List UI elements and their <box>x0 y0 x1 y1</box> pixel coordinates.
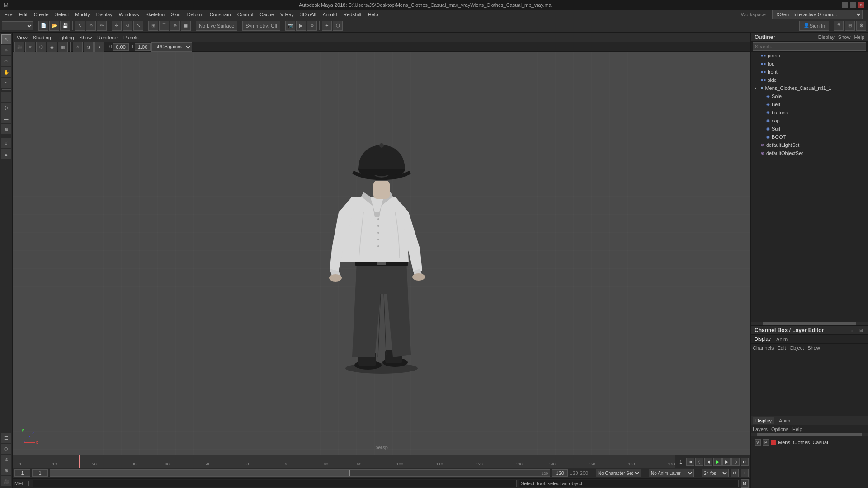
cb-menu-show[interactable]: Show <box>807 345 820 351</box>
paint-tool-button[interactable]: ✏ <box>97 21 107 31</box>
outliner-item-group[interactable]: ▾ ■ Mens_Clothes_Casual_rcl1_1 <box>751 84 868 92</box>
close-button[interactable]: ✕ <box>858 2 864 8</box>
fps-dropdown[interactable]: 24 fps <box>702 469 729 477</box>
exposure-input[interactable] <box>113 43 129 51</box>
magnet-icon[interactable]: ⊞ <box>845 21 855 31</box>
end-frame-input[interactable] <box>552 469 568 477</box>
menu-windows[interactable]: Windows <box>116 11 142 18</box>
rotate-tool-button[interactable]: ↻ <box>123 21 132 31</box>
scale-tool-button[interactable]: ⤡ <box>133 21 143 31</box>
current-frame-input[interactable] <box>32 469 48 477</box>
render-settings-button[interactable]: ⚙ <box>307 21 317 31</box>
next-key-button[interactable]: |▷ <box>731 458 740 466</box>
render-camera-button[interactable]: 📷 <box>285 21 295 31</box>
color-space-dropdown[interactable]: sRGB gamma <box>151 42 192 52</box>
settings-icon[interactable]: ⚙ <box>856 21 866 31</box>
dp-menu-layers[interactable]: Layers <box>753 427 768 432</box>
menu-skeleton[interactable]: Skeleton <box>142 11 167 18</box>
outliner-menu-display[interactable]: Display <box>818 34 835 40</box>
camera-tool-button[interactable]: 🎥 <box>1 476 11 486</box>
anim-range-bar[interactable]: 120 <box>50 469 550 477</box>
outliner-menu-help[interactable]: Help <box>854 34 864 40</box>
outliner-item-suit[interactable]: ◉ Suit <box>751 125 868 133</box>
menu-cache[interactable]: Cache <box>257 11 277 18</box>
menu-select[interactable]: Select <box>52 11 72 18</box>
viewport-main[interactable]: persp x y z <box>13 52 750 455</box>
prev-key-button[interactable]: ◁| <box>695 458 703 466</box>
outliner-item-buttons[interactable]: ◉ buttons <box>751 108 868 117</box>
outliner-item-boot[interactable]: ◉ BOOT <box>751 133 868 141</box>
display-scroll-thumb[interactable] <box>757 433 862 436</box>
grid-icon[interactable]: # <box>834 21 844 31</box>
vp-menu-renderer[interactable]: Renderer <box>95 34 120 41</box>
prev-frame-button[interactable]: ◀ <box>704 458 712 466</box>
menu-deform[interactable]: Deform <box>184 11 206 18</box>
sculpt-mode-button[interactable]: ◠ <box>1 56 11 66</box>
layer-row-clothes[interactable]: V P Mens_Clothes_Casual <box>753 438 866 447</box>
open-file-button[interactable]: 📂 <box>49 21 59 31</box>
cb-icon-1[interactable]: ⇄ <box>850 327 856 333</box>
play-button[interactable]: ▶ <box>713 458 722 466</box>
char-set-dropdown[interactable]: No Character Set <box>596 469 641 477</box>
layer-v-button[interactable]: V <box>755 439 761 446</box>
layer-p-button[interactable]: P <box>763 439 769 446</box>
xgen-button[interactable]: ✦ <box>322 21 332 31</box>
vp-menu-show[interactable]: Show <box>77 34 94 41</box>
status-icon-1[interactable]: M <box>741 479 749 488</box>
outliner-item-sole[interactable]: ◉ Sole <box>751 92 868 100</box>
mode-dropdown[interactable]: Rigging <box>2 21 33 30</box>
start-frame-input[interactable] <box>14 469 30 477</box>
menu-3dtoall[interactable]: 3DtoAll <box>297 11 319 18</box>
foamy-mode-button[interactable]: ≋ <box>1 124 11 134</box>
restore-button[interactable]: □ <box>850 2 856 8</box>
save-file-button[interactable]: 💾 <box>60 21 70 31</box>
menu-constrain[interactable]: Constrain <box>207 11 234 18</box>
outliner-item-front[interactable]: ■■ front <box>751 68 868 76</box>
outliner-item-defaultlightset[interactable]: ⊕ defaultLightSet <box>751 141 868 149</box>
vp-menu-panels[interactable]: Panels <box>121 34 141 41</box>
menu-edit[interactable]: Edit <box>16 11 30 18</box>
snap-surface-button[interactable]: ◼ <box>181 21 191 31</box>
menu-file[interactable]: File <box>2 11 15 18</box>
cb-icon-2[interactable]: ⊞ <box>858 327 864 333</box>
dp-menu-options[interactable]: Options <box>771 427 788 432</box>
vp-texture-icon[interactable]: ▦ <box>58 42 68 52</box>
go-start-button[interactable]: ⏮ <box>686 458 694 466</box>
cb-menu-channels[interactable]: Channels <box>753 345 774 351</box>
menu-arnold[interactable]: Arnold <box>320 11 340 18</box>
outliner-scroll-thumb[interactable] <box>763 322 856 325</box>
outliner-item-side[interactable]: ■■ side <box>751 76 868 84</box>
display-layers-button[interactable]: ☰ <box>1 433 11 443</box>
gamma-input[interactable] <box>135 43 151 51</box>
snap-grid-button[interactable]: ⊞ <box>148 21 158 31</box>
vp-menu-shading[interactable]: Shading <box>31 34 53 41</box>
lasso-tool-button[interactable]: ⊙ <box>86 21 96 31</box>
outliner-item-top[interactable]: ■■ top <box>751 60 868 68</box>
select-tool-button[interactable]: ↖ <box>75 21 85 31</box>
menu-redshift[interactable]: Redshift <box>340 11 364 18</box>
outliner-item-cap[interactable]: ◉ cap <box>751 117 868 125</box>
vp-light-icon[interactable]: ☀ <box>73 42 83 52</box>
menu-display[interactable]: Display <box>94 11 115 18</box>
next-frame-button[interactable]: ▶ <box>722 458 731 466</box>
anim-layer-dropdown[interactable]: No Anim Layer <box>649 469 694 477</box>
symmetry-button[interactable]: Symmetry: Off <box>242 21 280 31</box>
select-mode-button[interactable]: ↖ <box>1 34 11 44</box>
outliner-scrollbar[interactable] <box>751 322 868 325</box>
render-button[interactable]: ▶ <box>296 21 306 31</box>
loop-button[interactable]: ↺ <box>731 469 739 477</box>
outliner-menu-show[interactable]: Show <box>838 34 851 40</box>
outliner-item-belt[interactable]: ◉ Belt <box>751 100 868 108</box>
dp-menu-help[interactable]: Help <box>792 427 802 432</box>
minimize-button[interactable]: ─ <box>842 2 848 8</box>
smooth-mode-button[interactable]: ~ <box>1 78 11 88</box>
snap-point-button[interactable]: ⊕ <box>170 21 180 31</box>
menu-help[interactable]: Help <box>365 11 381 18</box>
cb-menu-object[interactable]: Object <box>789 345 804 351</box>
audio-button[interactable]: ♪ <box>741 469 749 477</box>
vp-ao-icon[interactable]: ● <box>94 42 104 52</box>
xgen-brush-button[interactable]: ⬡ <box>1 444 11 454</box>
menu-control[interactable]: Control <box>235 11 256 18</box>
paint-mode-button[interactable]: ✏ <box>1 45 11 55</box>
mel-input[interactable] <box>33 480 517 487</box>
